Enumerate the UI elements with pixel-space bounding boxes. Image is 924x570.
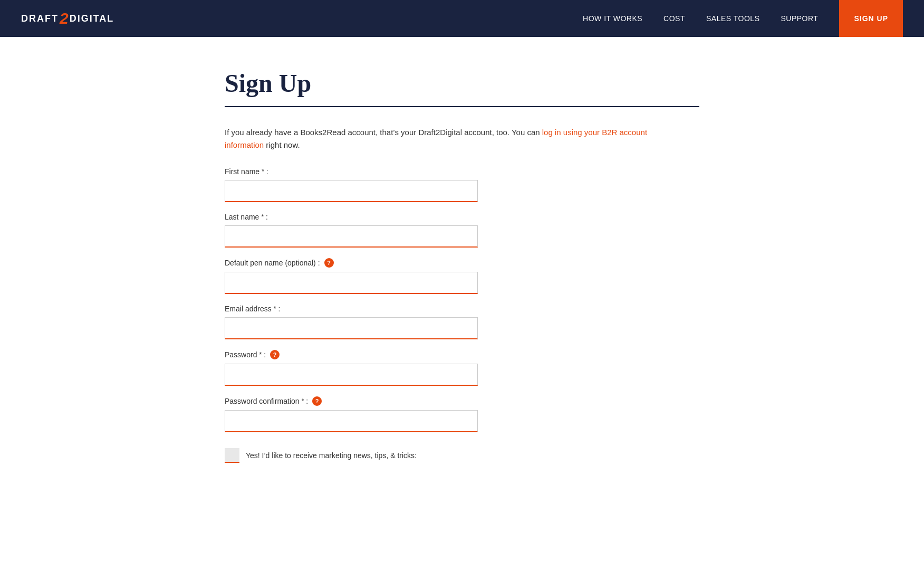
navbar: DRAFT 2 DIGITAL HOW IT WORKS COST SALES …: [0, 0, 924, 37]
password-confirmation-input[interactable]: [225, 410, 478, 432]
last-name-input[interactable]: [225, 225, 478, 248]
password-group: Password*: ?: [225, 350, 699, 386]
logo: DRAFT 2 DIGITAL: [21, 11, 114, 26]
first-name-group: First name*:: [225, 167, 699, 202]
pen-name-group: Default pen name (optional): ?: [225, 258, 699, 294]
page-title: Sign Up: [225, 69, 699, 98]
title-divider: [225, 106, 699, 107]
password-input[interactable]: [225, 364, 478, 386]
nav-link-cost[interactable]: COST: [663, 14, 685, 23]
email-input[interactable]: [225, 317, 478, 339]
password-confirmation-help-icon[interactable]: ?: [312, 396, 322, 406]
password-confirmation-label: Password confirmation*: ?: [225, 396, 699, 406]
logo-two: 2: [60, 11, 69, 26]
main-content: Sign Up If you already have a Books2Read…: [146, 37, 778, 505]
marketing-checkbox-label: Yes! I’d like to receive marketing news,…: [246, 451, 417, 460]
password-label: Password*: ?: [225, 350, 699, 359]
first-name-input[interactable]: [225, 180, 478, 202]
first-name-required: *: [262, 168, 264, 175]
marketing-checkbox[interactable]: [225, 448, 239, 463]
nav-links: HOW IT WORKS COST SALES TOOLS SUPPORT SI…: [583, 0, 903, 37]
last-name-required: *: [261, 213, 264, 221]
marketing-checkbox-group: Yes! I’d like to receive marketing news,…: [225, 448, 699, 463]
pen-name-label: Default pen name (optional): ?: [225, 258, 699, 268]
last-name-group: Last name*:: [225, 213, 699, 248]
pen-name-help-icon[interactable]: ?: [324, 258, 334, 268]
last-name-label: Last name*:: [225, 213, 699, 221]
intro-paragraph: If you already have a Books2Read account…: [225, 126, 699, 151]
password-confirmation-required: *: [302, 397, 304, 405]
password-confirmation-group: Password confirmation*: ?: [225, 396, 699, 432]
nav-link-how-it-works[interactable]: HOW IT WORKS: [583, 14, 642, 23]
pen-name-input[interactable]: [225, 272, 478, 294]
email-group: Email address*:: [225, 305, 699, 339]
logo-draft: DRAFT: [21, 13, 59, 24]
first-name-label: First name*:: [225, 167, 699, 176]
nav-signup-button[interactable]: SIGN UP: [839, 0, 903, 37]
intro-text-before-link: If you already have a Books2Read account…: [225, 128, 542, 137]
logo-digital: DIGITAL: [70, 13, 114, 24]
signup-form: First name*: Last name*: Default pen nam…: [225, 167, 699, 463]
password-help-icon[interactable]: ?: [270, 350, 280, 359]
password-required: *: [259, 351, 262, 358]
intro-text-after-link: right now.: [264, 140, 300, 149]
email-required: *: [274, 305, 276, 312]
nav-link-support[interactable]: SUPPORT: [781, 14, 818, 23]
email-label: Email address*:: [225, 305, 699, 313]
nav-link-sales-tools[interactable]: SALES TOOLS: [706, 14, 759, 23]
